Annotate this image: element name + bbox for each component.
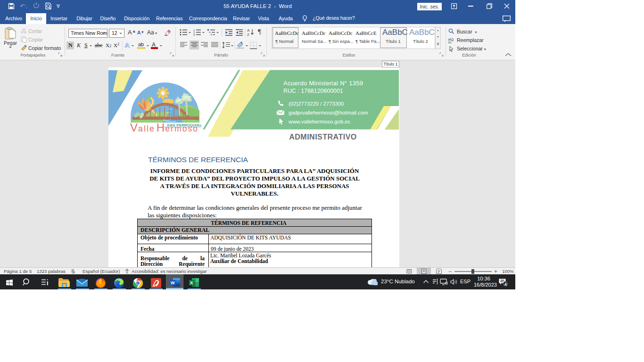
svg-text:3: 3 xyxy=(193,33,195,36)
svg-text:W: W xyxy=(171,280,175,285)
svg-text:Acuerdo Ministerial N° 1359: Acuerdo Ministerial N° 1359 xyxy=(283,80,363,87)
svg-text:ac: ac xyxy=(448,40,452,43)
svg-text:(02)2773220 / 2773300: (02)2773220 / 2773300 xyxy=(289,101,344,107)
svg-text:ADMINISTRATIVO: ADMINISTRATIVO xyxy=(289,133,357,141)
svg-text:gadprvallehermoso@hotmail.com: gadprvallehermoso@hotmail.com xyxy=(289,110,368,115)
svg-text:4: 4 xyxy=(504,282,507,287)
svg-text:X: X xyxy=(190,280,193,285)
svg-text:RUC : 1768120600001: RUC : 1768120600001 xyxy=(283,88,343,94)
svg-text:A: A xyxy=(247,28,250,33)
svg-text:www.vallehermoso.gob.ec: www.vallehermoso.gob.ec xyxy=(288,119,351,124)
svg-text:Z: Z xyxy=(247,33,249,36)
